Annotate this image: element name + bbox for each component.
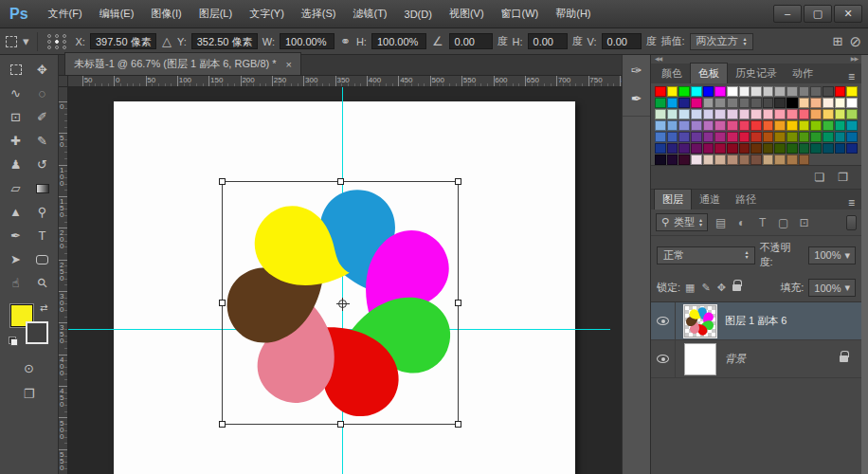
- color-swatch[interactable]: [835, 143, 846, 154]
- brush-tool[interactable]: ✎: [29, 129, 56, 153]
- color-swatch[interactable]: [846, 109, 858, 119]
- color-swatch[interactable]: [727, 86, 738, 97]
- color-swatch[interactable]: [727, 120, 738, 131]
- color-swatch[interactable]: [774, 120, 786, 131]
- color-swatch[interactable]: [714, 120, 726, 131]
- color-swatch[interactable]: [799, 86, 810, 97]
- type-tool[interactable]: T: [29, 224, 56, 247]
- color-swatch[interactable]: [750, 155, 762, 165]
- color-swatch[interactable]: [678, 120, 690, 131]
- color-swatch[interactable]: [739, 132, 750, 142]
- color-swatch[interactable]: [750, 98, 762, 108]
- swap-colors-icon[interactable]: ⇄: [40, 302, 47, 313]
- visibility-cell[interactable]: [651, 302, 676, 339]
- color-swatch[interactable]: [727, 109, 738, 119]
- tab-color[interactable]: 颜色: [654, 64, 690, 83]
- color-swatch[interactable]: [691, 120, 702, 131]
- tab-layers[interactable]: 图层: [654, 189, 692, 210]
- pen-tool[interactable]: ✒: [3, 224, 29, 247]
- color-swatch[interactable]: [750, 143, 762, 154]
- link-dimensions-icon[interactable]: ⚭: [339, 34, 352, 48]
- color-swatch[interactable]: [727, 143, 738, 154]
- color-swatch[interactable]: [774, 155, 786, 165]
- shape-tool[interactable]: [29, 247, 56, 271]
- color-swatch[interactable]: [763, 155, 774, 165]
- color-swatch[interactable]: [846, 143, 858, 154]
- background-color-swatch[interactable]: [26, 321, 48, 344]
- color-swatch[interactable]: [667, 155, 678, 165]
- handle-bottom-right[interactable]: [455, 421, 461, 428]
- color-swatch[interactable]: [823, 132, 834, 142]
- handle-middle-left[interactable]: [219, 300, 226, 306]
- layer-row-copy6[interactable]: 图层 1 副本 6: [651, 302, 861, 340]
- color-swatch[interactable]: [678, 155, 690, 165]
- color-swatch[interactable]: [774, 98, 786, 108]
- interpolation-select[interactable]: 两次立方 ▴▾: [690, 33, 753, 50]
- tab-channels[interactable]: 通道: [692, 190, 728, 210]
- fill-select[interactable]: 100% ▾: [808, 279, 856, 297]
- menu-item[interactable]: 窗口(W): [493, 0, 548, 28]
- color-swatch[interactable]: [655, 132, 666, 142]
- color-swatch[interactable]: [655, 109, 666, 119]
- menu-item[interactable]: 图像(I): [142, 0, 190, 28]
- collapse-right-icon[interactable]: ▶▶: [851, 55, 858, 64]
- height-input[interactable]: 100.00%: [371, 33, 426, 49]
- handle-top-left[interactable]: [219, 178, 226, 185]
- vskew-input[interactable]: 0.00: [602, 33, 642, 49]
- tab-swatches[interactable]: 色板: [690, 63, 728, 83]
- color-swatch[interactable]: [703, 143, 714, 154]
- zoom-tool[interactable]: ⚲: [29, 271, 56, 295]
- color-swatch[interactable]: [774, 109, 786, 119]
- color-swatch[interactable]: [667, 143, 678, 154]
- color-swatch[interactable]: [787, 120, 798, 131]
- close-button[interactable]: ✕: [834, 5, 862, 23]
- angle-input[interactable]: 0.00: [449, 33, 493, 49]
- color-swatch[interactable]: [846, 98, 858, 108]
- lasso-tool[interactable]: ∿: [3, 82, 29, 105]
- filter-smart-objects-icon[interactable]: ⊡: [796, 216, 812, 229]
- color-swatch[interactable]: [810, 109, 822, 119]
- color-swatch[interactable]: [739, 155, 750, 165]
- color-swatch[interactable]: [787, 132, 798, 142]
- menu-item[interactable]: 文字(Y): [241, 0, 293, 28]
- tab-actions[interactable]: 动作: [785, 64, 821, 83]
- lock-all-icon[interactable]: [732, 284, 741, 291]
- warp-mode-icon[interactable]: ⊞: [832, 34, 844, 48]
- filter-adjustment-layers-icon[interactable]: ◐: [733, 216, 750, 229]
- width-input[interactable]: 100.00%: [280, 33, 335, 49]
- color-swatch[interactable]: [703, 132, 714, 142]
- layer-name[interactable]: 背景: [725, 352, 840, 366]
- collapse-left-icon[interactable]: ◀◀: [655, 55, 661, 64]
- color-swatch[interactable]: [714, 109, 726, 119]
- color-swatch[interactable]: [678, 109, 690, 119]
- mini-panel-icon-1[interactable]: ❏: [814, 171, 824, 184]
- eyedropper-tool[interactable]: ✐: [29, 105, 56, 129]
- color-swatch[interactable]: [846, 132, 858, 142]
- clone-stamp-tool[interactable]: ♟: [3, 153, 29, 176]
- color-swatch[interactable]: [739, 86, 750, 97]
- tab-close-icon[interactable]: ×: [286, 59, 292, 70]
- color-swatch[interactable]: [691, 109, 702, 119]
- color-swatch[interactable]: [799, 109, 810, 119]
- lock-transparent-pixels-icon[interactable]: ▦: [685, 282, 695, 294]
- color-swatch[interactable]: [787, 98, 798, 108]
- filter-type-layers-icon[interactable]: T: [754, 216, 770, 229]
- filter-shape-layers-icon[interactable]: ▢: [775, 216, 791, 229]
- color-swatch[interactable]: [691, 155, 702, 165]
- color-swatch[interactable]: [703, 155, 714, 165]
- color-swatch[interactable]: [810, 143, 822, 154]
- crop-tool[interactable]: ⊡: [3, 105, 29, 129]
- layer-thumbnail[interactable]: [684, 305, 716, 337]
- color-swatch[interactable]: [787, 86, 798, 97]
- filter-kind-select[interactable]: ⚲ 类型 ▴▾: [656, 213, 708, 231]
- handle-bottom-left[interactable]: [219, 421, 226, 428]
- layers-panel-menu-icon[interactable]: ≡: [841, 196, 861, 210]
- color-swatch[interactable]: [810, 86, 822, 97]
- color-swatch[interactable]: [691, 143, 702, 154]
- color-swatch[interactable]: [787, 143, 798, 154]
- color-swatch[interactable]: [750, 109, 762, 119]
- color-swatch[interactable]: [727, 132, 738, 142]
- lock-position-icon[interactable]: ✥: [717, 282, 726, 294]
- document-tab[interactable]: 未标题-1 @ 66.7% (图层 1 副本 6, RGB/8) * ×: [64, 52, 301, 75]
- color-swatch[interactable]: [714, 132, 726, 142]
